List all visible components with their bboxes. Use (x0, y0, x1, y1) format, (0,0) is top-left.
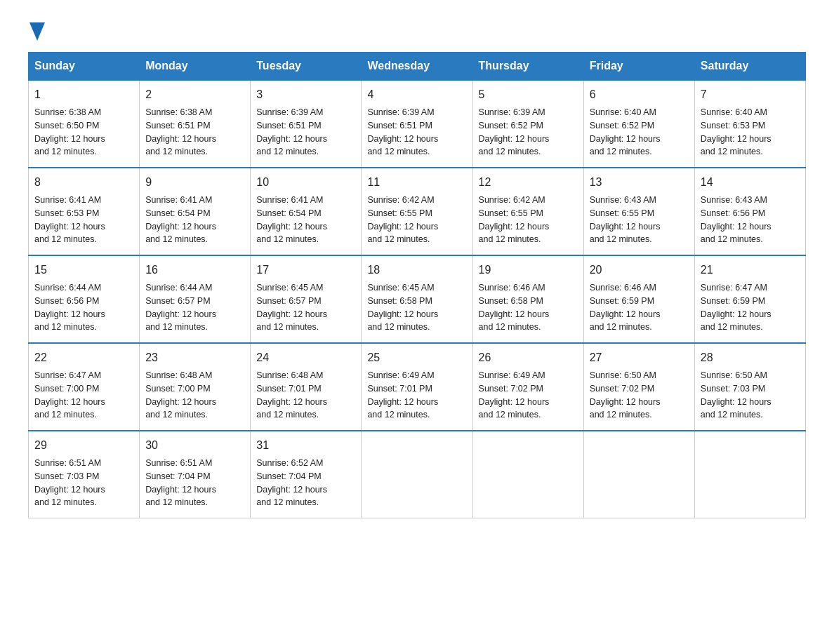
day-number: 7 (701, 86, 800, 103)
daylight-text: Daylight: 12 hoursand 12 minutes. (34, 485, 105, 508)
sunset-text: Sunset: 6:57 PM (256, 296, 321, 306)
sunrise-text: Sunrise: 6:39 AM (256, 107, 323, 117)
daylight-text: Daylight: 12 hoursand 12 minutes. (479, 222, 550, 245)
sunset-text: Sunset: 7:03 PM (34, 471, 99, 481)
calendar-cell: 21Sunrise: 6:47 AMSunset: 6:59 PMDayligh… (694, 255, 805, 343)
day-number: 26 (479, 349, 578, 366)
day-number: 19 (479, 262, 578, 279)
daylight-text: Daylight: 12 hoursand 12 minutes. (256, 222, 327, 245)
sunset-text: Sunset: 6:56 PM (34, 296, 99, 306)
column-header-friday: Friday (583, 53, 694, 81)
daylight-text: Daylight: 12 hoursand 12 minutes. (34, 397, 105, 420)
page-header (28, 21, 806, 38)
calendar-cell: 11Sunrise: 6:42 AMSunset: 6:55 PMDayligh… (362, 168, 472, 255)
sunset-text: Sunset: 6:54 PM (256, 208, 321, 218)
calendar-cell: 22Sunrise: 6:47 AMSunset: 7:00 PMDayligh… (29, 343, 140, 431)
day-number: 29 (34, 437, 133, 454)
daylight-text: Daylight: 12 hoursand 12 minutes. (256, 309, 327, 333)
calendar-week-row: 8Sunrise: 6:41 AMSunset: 6:53 PMDaylight… (29, 168, 806, 255)
calendar-cell: 12Sunrise: 6:42 AMSunset: 6:55 PMDayligh… (472, 168, 583, 255)
calendar-cell: 4Sunrise: 6:39 AMSunset: 6:51 PMDaylight… (362, 80, 472, 168)
day-number: 28 (701, 349, 800, 366)
day-number: 17 (256, 262, 355, 279)
sunrise-text: Sunrise: 6:46 AM (590, 283, 656, 293)
daylight-text: Daylight: 12 hoursand 12 minutes. (701, 222, 772, 245)
calendar-cell: 23Sunrise: 6:48 AMSunset: 7:00 PMDayligh… (140, 343, 251, 431)
sunrise-text: Sunrise: 6:48 AM (256, 370, 323, 380)
day-number: 6 (590, 86, 689, 103)
day-number: 15 (34, 262, 133, 279)
daylight-text: Daylight: 12 hoursand 12 minutes. (701, 397, 772, 420)
sunset-text: Sunset: 6:50 PM (34, 121, 99, 130)
sunset-text: Sunset: 7:04 PM (145, 471, 210, 481)
sunrise-text: Sunrise: 6:40 AM (701, 107, 767, 117)
sunset-text: Sunset: 7:03 PM (701, 384, 765, 394)
day-number: 13 (590, 174, 689, 191)
sunset-text: Sunset: 6:53 PM (34, 208, 99, 218)
sunset-text: Sunset: 7:04 PM (256, 471, 321, 481)
sunset-text: Sunset: 6:54 PM (145, 208, 210, 218)
calendar-cell: 2Sunrise: 6:38 AMSunset: 6:51 PMDaylight… (140, 80, 251, 168)
calendar-cell (694, 431, 805, 518)
day-number: 3 (256, 86, 355, 103)
sunrise-text: Sunrise: 6:38 AM (145, 107, 212, 117)
column-header-saturday: Saturday (694, 53, 805, 81)
daylight-text: Daylight: 12 hoursand 12 minutes. (256, 485, 327, 508)
calendar-cell: 13Sunrise: 6:43 AMSunset: 6:55 PMDayligh… (583, 168, 694, 255)
calendar-table: SundayMondayTuesdayWednesdayThursdayFrid… (28, 52, 806, 518)
calendar-cell: 1Sunrise: 6:38 AMSunset: 6:50 PMDaylight… (29, 80, 140, 168)
day-number: 25 (367, 349, 466, 366)
daylight-text: Daylight: 12 hoursand 12 minutes. (479, 397, 550, 420)
sunrise-text: Sunrise: 6:50 AM (590, 370, 656, 380)
daylight-text: Daylight: 12 hoursand 12 minutes. (479, 134, 550, 157)
day-number: 14 (701, 174, 800, 191)
sunset-text: Sunset: 6:55 PM (590, 208, 654, 218)
daylight-text: Daylight: 12 hoursand 12 minutes. (256, 397, 327, 420)
calendar-cell: 31Sunrise: 6:52 AMSunset: 7:04 PMDayligh… (251, 431, 362, 518)
calendar-cell: 24Sunrise: 6:48 AMSunset: 7:01 PMDayligh… (251, 343, 362, 431)
logo (28, 21, 45, 38)
calendar-cell: 25Sunrise: 6:49 AMSunset: 7:01 PMDayligh… (362, 343, 472, 431)
day-number: 16 (145, 262, 244, 279)
daylight-text: Daylight: 12 hoursand 12 minutes. (256, 134, 327, 157)
sunrise-text: Sunrise: 6:44 AM (34, 283, 101, 293)
sunset-text: Sunset: 6:51 PM (367, 121, 432, 130)
calendar-cell (583, 431, 694, 518)
daylight-text: Daylight: 12 hoursand 12 minutes. (590, 397, 661, 420)
calendar-cell: 20Sunrise: 6:46 AMSunset: 6:59 PMDayligh… (583, 255, 694, 343)
daylight-text: Daylight: 12 hoursand 12 minutes. (590, 222, 661, 245)
day-number: 8 (34, 174, 133, 191)
day-number: 4 (367, 86, 466, 103)
sunrise-text: Sunrise: 6:49 AM (367, 370, 434, 380)
sunrise-text: Sunrise: 6:47 AM (34, 370, 101, 380)
calendar-cell: 15Sunrise: 6:44 AMSunset: 6:56 PMDayligh… (29, 255, 140, 343)
daylight-text: Daylight: 12 hoursand 12 minutes. (34, 134, 105, 157)
daylight-text: Daylight: 12 hoursand 12 minutes. (145, 485, 216, 508)
calendar-cell: 8Sunrise: 6:41 AMSunset: 6:53 PMDaylight… (29, 168, 140, 255)
sunrise-text: Sunrise: 6:39 AM (479, 107, 545, 117)
calendar-week-row: 1Sunrise: 6:38 AMSunset: 6:50 PMDaylight… (29, 80, 806, 168)
sunset-text: Sunset: 7:02 PM (590, 384, 654, 394)
calendar-cell: 26Sunrise: 6:49 AMSunset: 7:02 PMDayligh… (472, 343, 583, 431)
calendar-week-row: 15Sunrise: 6:44 AMSunset: 6:56 PMDayligh… (29, 255, 806, 343)
calendar-cell: 18Sunrise: 6:45 AMSunset: 6:58 PMDayligh… (362, 255, 472, 343)
daylight-text: Daylight: 12 hoursand 12 minutes. (367, 222, 438, 245)
svg-marker-0 (29, 22, 45, 41)
daylight-text: Daylight: 12 hoursand 12 minutes. (145, 134, 216, 157)
sunrise-text: Sunrise: 6:40 AM (590, 107, 656, 117)
day-number: 5 (479, 86, 578, 103)
calendar-cell: 29Sunrise: 6:51 AMSunset: 7:03 PMDayligh… (29, 431, 140, 518)
calendar-cell: 9Sunrise: 6:41 AMSunset: 6:54 PMDaylight… (140, 168, 251, 255)
calendar-cell: 28Sunrise: 6:50 AMSunset: 7:03 PMDayligh… (694, 343, 805, 431)
sunrise-text: Sunrise: 6:42 AM (479, 195, 545, 205)
daylight-text: Daylight: 12 hoursand 12 minutes. (479, 309, 550, 333)
daylight-text: Daylight: 12 hoursand 12 minutes. (34, 309, 105, 333)
sunset-text: Sunset: 6:57 PM (145, 296, 210, 306)
sunrise-text: Sunrise: 6:41 AM (34, 195, 101, 205)
calendar-cell: 10Sunrise: 6:41 AMSunset: 6:54 PMDayligh… (251, 168, 362, 255)
calendar-cell: 17Sunrise: 6:45 AMSunset: 6:57 PMDayligh… (251, 255, 362, 343)
sunset-text: Sunset: 7:00 PM (145, 384, 210, 394)
daylight-text: Daylight: 12 hoursand 12 minutes. (145, 397, 216, 420)
day-number: 9 (145, 174, 244, 191)
daylight-text: Daylight: 12 hoursand 12 minutes. (145, 222, 216, 245)
